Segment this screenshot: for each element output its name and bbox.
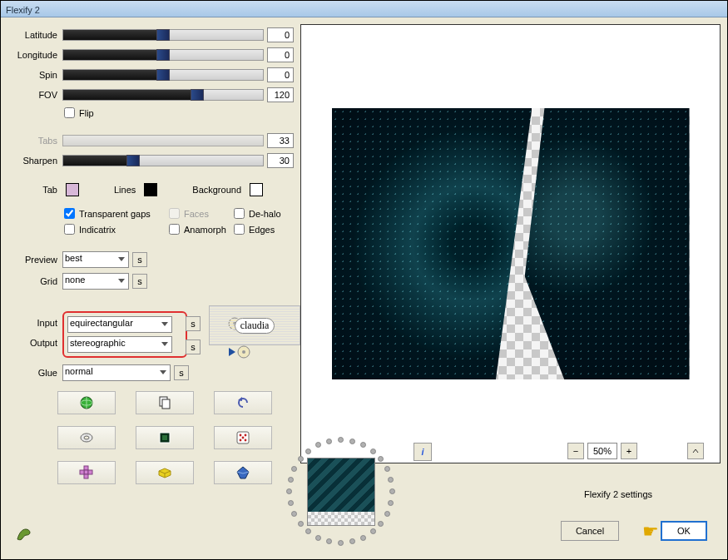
- edges-checkbox[interactable]: Edges: [234, 224, 275, 235]
- preview-area[interactable]: [300, 24, 721, 463]
- output-s-button[interactable]: s: [186, 339, 201, 354]
- brick-button[interactable]: [136, 461, 194, 484]
- grid-label: Grid: [7, 276, 57, 286]
- unfold-cross-button[interactable]: [57, 461, 116, 484]
- lizard-glyph: [14, 524, 34, 544]
- longitude-label: Longitude: [7, 50, 57, 60]
- zoom-out-button[interactable]: −: [567, 443, 584, 459]
- zoom-in-button[interactable]: +: [621, 443, 637, 459]
- fov-value[interactable]: 120: [267, 87, 294, 102]
- sharpen-value[interactable]: 30: [267, 153, 294, 168]
- flip-input[interactable]: [64, 107, 75, 118]
- edges-input[interactable]: [234, 224, 245, 235]
- longitude-row: Longitude 0: [7, 47, 294, 62]
- svg-point-20: [245, 439, 247, 442]
- latitude-row: Latitude 0: [7, 27, 294, 42]
- svg-point-5: [242, 350, 245, 354]
- tabs-label: Tabs: [7, 136, 57, 146]
- dice-icon: [235, 430, 250, 445]
- svg-point-18: [242, 437, 245, 439]
- collapse-button[interactable]: [687, 443, 704, 459]
- preview-s-button[interactable]: s: [132, 252, 147, 267]
- disc-icon: [237, 345, 250, 359]
- undo-button[interactable]: [214, 391, 272, 414]
- glue-dropdown[interactable]: normal: [62, 364, 171, 381]
- spin-slider[interactable]: [62, 69, 264, 81]
- tabs-value[interactable]: 33: [267, 133, 294, 148]
- gem-icon: [235, 465, 250, 480]
- svg-rect-22: [84, 470, 88, 474]
- zoom-value[interactable]: 50%: [587, 443, 617, 459]
- torus-button[interactable]: [57, 426, 116, 449]
- square-sel-button[interactable]: [136, 426, 194, 449]
- dehalo-checkbox[interactable]: De-halo: [234, 208, 281, 219]
- gem-button[interactable]: [214, 461, 272, 484]
- tab-color-swatch[interactable]: [66, 183, 79, 196]
- background-color-swatch[interactable]: [250, 183, 263, 196]
- cancel-button[interactable]: Cancel: [561, 521, 619, 541]
- grid-row: Grid none s: [7, 273, 294, 290]
- flip-checkbox[interactable]: Flip: [64, 107, 94, 118]
- latitude-slider[interactable]: [62, 29, 264, 41]
- brick-icon: [157, 465, 172, 480]
- checkbox-row-2: Indicatrix Anamorph Edges: [64, 224, 294, 235]
- longitude-value[interactable]: 0: [267, 47, 294, 62]
- dehalo-input[interactable]: [234, 208, 245, 219]
- settings-label: Flexify 2 settings: [584, 489, 652, 499]
- svg-rect-21: [84, 466, 88, 470]
- copy-icon: [157, 395, 172, 410]
- transparent-gaps-checkbox[interactable]: Transparent gaps: [64, 208, 154, 219]
- spin-value[interactable]: 0: [267, 67, 294, 82]
- output-dropdown[interactable]: stereographic: [67, 336, 172, 353]
- thumbnail-preview: [307, 458, 375, 526]
- copy-button[interactable]: [136, 391, 194, 414]
- play-disc-button[interactable]: [225, 343, 252, 361]
- globe-button[interactable]: [57, 391, 116, 414]
- transparent-gaps-input[interactable]: [64, 208, 75, 219]
- info-button[interactable]: i: [414, 443, 432, 461]
- chevron-up-icon: [692, 448, 699, 454]
- grid-dropdown[interactable]: none: [62, 273, 129, 290]
- tabs-row: Tabs 33: [7, 133, 294, 148]
- sharpen-label: Sharpen: [7, 156, 57, 166]
- window-title: Flexify 2: [6, 5, 40, 15]
- dice-button[interactable]: [214, 426, 272, 449]
- indicatrix-input[interactable]: [64, 224, 75, 235]
- svg-marker-3: [229, 348, 235, 356]
- ok-button[interactable]: OK: [661, 521, 707, 541]
- input-dropdown[interactable]: equirectangular: [67, 316, 172, 333]
- title-bar[interactable]: Flexify 2: [1, 1, 727, 17]
- hand-cursor-icon: ☛: [642, 521, 659, 543]
- thumbnail-ring[interactable]: [285, 436, 397, 548]
- anamorph-input[interactable]: [169, 224, 180, 235]
- latitude-value[interactable]: 0: [267, 27, 294, 42]
- anamorph-checkbox[interactable]: Anamorph: [169, 224, 219, 235]
- preview-label: Preview: [7, 255, 57, 265]
- glue-s-button[interactable]: s: [174, 365, 189, 380]
- tabs-slider: [62, 135, 264, 146]
- faces-input: [169, 208, 180, 219]
- input-label: Input: [7, 318, 57, 328]
- longitude-slider[interactable]: [62, 49, 264, 61]
- indicatrix-checkbox[interactable]: Indicatrix: [64, 224, 154, 235]
- globe-icon: [79, 395, 94, 410]
- svg-rect-24: [80, 470, 84, 474]
- spin-row: Spin 0: [7, 67, 294, 82]
- grid-s-button[interactable]: s: [132, 274, 147, 289]
- checkbox-row-1: Transparent gaps Faces De-halo: [64, 208, 294, 219]
- background-color-label: Background: [192, 185, 241, 195]
- output-label: Output: [7, 338, 57, 348]
- sharpen-slider[interactable]: [62, 155, 264, 166]
- fov-slider[interactable]: [62, 89, 264, 101]
- lizard-icon[interactable]: [14, 524, 34, 544]
- preview-dropdown[interactable]: best: [62, 251, 129, 268]
- svg-point-19: [240, 439, 242, 442]
- glue-label: Glue: [7, 368, 57, 378]
- input-s-button[interactable]: s: [186, 316, 201, 331]
- square-icon: [157, 430, 172, 445]
- latitude-label: Latitude: [7, 30, 57, 40]
- undo-icon: [235, 395, 250, 410]
- glue-row: Glue normal s: [7, 364, 294, 381]
- lines-color-swatch[interactable]: [144, 183, 157, 196]
- tool-button-grid: [57, 391, 294, 484]
